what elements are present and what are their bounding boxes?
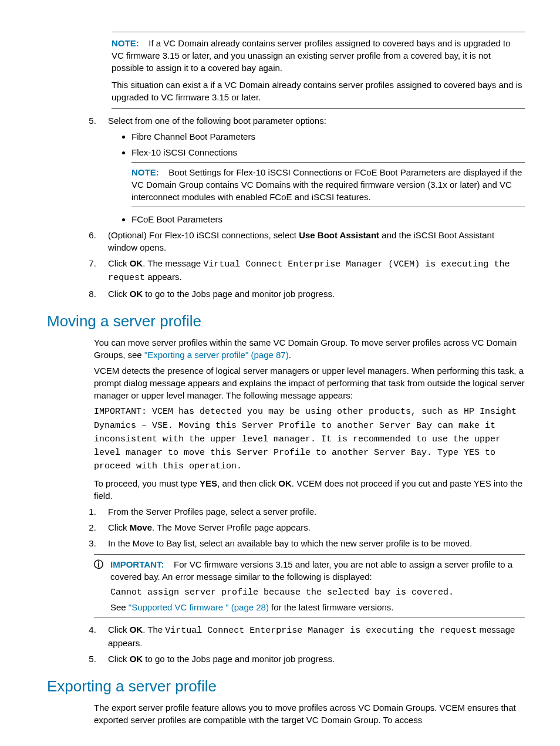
moving-p3: To proceed, you must type YES, and then …	[94, 477, 525, 502]
bullet-flex10: Flex-10 iSCSI Connections NOTE: Boot Set…	[131, 146, 525, 207]
move-step-1: From the Server Profiles page, select a …	[99, 505, 525, 518]
important-icon: ⓘ	[94, 558, 110, 571]
important-mono: Cannot assign server profile because the…	[110, 586, 525, 599]
step-5-intro: Select from one of the following boot pa…	[108, 116, 326, 126]
step-6: (Optional) For Flex-10 iSCSI connections…	[99, 229, 525, 254]
move-step-2: Click Move. The Move Server Profile page…	[99, 521, 525, 534]
note-box-2: NOTE: Boot Settings for Flex-10 iSCSI Co…	[131, 162, 525, 207]
move-step-4: Click OK. The Virtual Connect Enterprise…	[99, 623, 525, 649]
bullet-fibre: Fibre Channel Boot Parameters	[131, 130, 525, 143]
move-step-3: In the Move to Bay list, select an avail…	[99, 537, 525, 549]
moving-mono: IMPORTANT: VCEM has detected you may be …	[94, 405, 525, 473]
note-label: NOTE:	[112, 38, 139, 48]
moving-p2: VCEM detects the presence of logical ser…	[94, 364, 525, 401]
heading-exporting: Exporting a server profile	[47, 676, 525, 697]
note-box-1: NOTE: If a VC Domain already contains se…	[112, 32, 525, 109]
note-label-2: NOTE:	[131, 167, 159, 177]
moving-steps: From the Server Profiles page, select a …	[99, 505, 525, 549]
moving-p1: You can move server profiles within the …	[94, 336, 525, 361]
important-label: IMPORTANT:	[110, 559, 164, 569]
step-5: Select from one of the following boot pa…	[99, 114, 525, 225]
step-8: Click OK to go to the Jobs page and moni…	[99, 288, 525, 300]
bullet-flex10-text: Flex-10 iSCSI Connections	[131, 147, 237, 157]
step-5-bullets: Fibre Channel Boot Parameters Flex-10 iS…	[124, 130, 525, 225]
exporting-p1: The export server profile feature allows…	[94, 701, 525, 726]
bullet-fcoe: FCoE Boot Parameters	[131, 213, 525, 225]
link-supported-fw[interactable]: "Supported VC firmware " (page 28)	[129, 602, 269, 612]
link-exporting[interactable]: "Exporting a server profile" (page 87)	[144, 350, 289, 360]
important-p1: For VC firmware versions 3.15 and later,…	[110, 559, 512, 582]
move-step-5: Click OK to go to the Jobs page and moni…	[99, 653, 525, 665]
steps-list-1: Select from one of the following boot pa…	[99, 114, 525, 300]
step-7: Click OK. The message Virtual Connect En…	[99, 257, 525, 284]
note-text-3: Boot Settings for Flex-10 iSCSI Connecti…	[131, 167, 522, 202]
note-text-2: This situation can exist a if a VC Domai…	[112, 79, 525, 103]
important-box: ⓘ IMPORTANT: For VC firmware versions 3.…	[94, 554, 525, 617]
heading-moving: Moving a server profile	[47, 310, 525, 332]
note-text-1: If a VC Domain already contains server p…	[112, 38, 511, 73]
moving-steps-2: Click OK. The Virtual Connect Enterprise…	[99, 623, 525, 665]
